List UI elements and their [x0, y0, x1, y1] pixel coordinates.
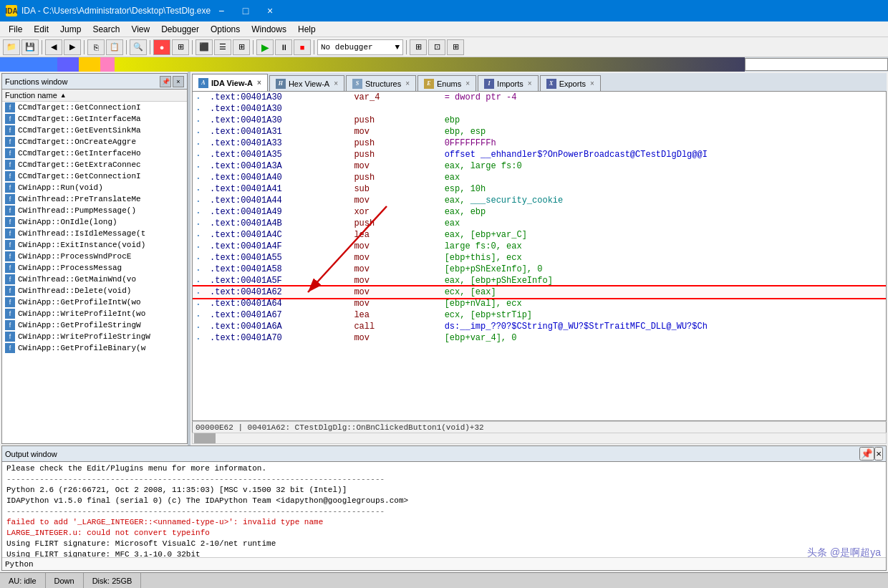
function-list-item[interactable]: fCWinApp::ProcessMessag — [2, 262, 187, 274]
function-list-item[interactable]: fCWinApp::GetProfileStringW — [2, 319, 187, 331]
code-row[interactable]: •.text:00401A31movebp, esp — [193, 126, 886, 138]
code-row[interactable]: •.text:00401A40pusheax — [193, 172, 886, 183]
toolbar-bplist-btn[interactable]: ⊞ — [172, 39, 189, 55]
tab-structures[interactable]: S Structures × — [346, 75, 416, 91]
tab-close-btn[interactable]: × — [257, 79, 261, 87]
function-list-item[interactable]: fCWinApp::GetProfileIntW(wo — [2, 297, 187, 308]
code-row[interactable]: •.text:00401A30 — [193, 103, 886, 115]
toolbar-graph-btn[interactable]: ⬛ — [196, 39, 213, 55]
toolbar-run-btn[interactable]: ▶ — [256, 39, 274, 55]
restore-button[interactable]: □ — [235, 4, 256, 18]
code-row[interactable]: •.text:00401A6Acallds:__imp_??0?$CString… — [193, 321, 886, 332]
code-row[interactable]: •.text:00401A62movecx, [eax] — [193, 286, 886, 298]
tab-close-btn[interactable]: × — [405, 79, 410, 87]
code-row[interactable]: •.text:00401A30pushebp — [193, 115, 886, 126]
function-list-item[interactable]: fCWinApp::WriteProfileInt(wo — [2, 308, 187, 319]
toolbar-pause-btn[interactable]: ⏸ — [275, 39, 292, 55]
code-scroll-horizontal[interactable] — [192, 433, 887, 444]
tab-imports[interactable]: I Imports × — [478, 75, 539, 91]
function-list-item[interactable]: fCWinThread::Delete(void) — [2, 285, 187, 297]
function-list-item[interactable]: fCCmdTarget::GetExtraConnec — [2, 159, 187, 170]
tab-exports[interactable]: X Exports × — [540, 75, 601, 91]
function-list-item[interactable]: fCCmdTarget::GetConnectionI — [2, 170, 187, 182]
function-list-item[interactable]: fCCmdTarget::GetInterfaceHo — [2, 148, 187, 159]
function-list-item[interactable]: fCWinApp::ProcessWndProcE — [2, 251, 187, 262]
functions-close-btn[interactable]: × — [173, 76, 184, 87]
code-address: .text:00401A33 — [204, 138, 348, 149]
menu-jump[interactable]: Jump — [54, 21, 87, 37]
code-row[interactable]: •.text:00401A4Fmovlarge fs:0, eax — [193, 241, 886, 252]
function-list-item[interactable]: fCWinApp::Run(void) — [2, 182, 187, 193]
tab-close-btn[interactable]: × — [465, 79, 470, 87]
toolbar-back-btn[interactable]: ◀ — [45, 39, 62, 55]
function-list-item[interactable]: fCCmdTarget::GetConnectionI — [2, 102, 187, 113]
code-row[interactable]: •.text:00401A4Bpusheax — [193, 218, 886, 229]
function-list-item[interactable]: fCWinApp::ExitInstance(void) — [2, 239, 187, 251]
toolbar-extra-btn3[interactable]: ⊞ — [447, 39, 464, 55]
menu-edit[interactable]: Edit — [28, 21, 54, 37]
menu-file[interactable]: File — [3, 21, 28, 37]
code-row[interactable]: •.text:00401A33push0FFFFFFFFh — [193, 138, 886, 149]
menu-search[interactable]: Search — [87, 21, 125, 37]
toolbar-extra-btn1[interactable]: ⊞ — [410, 39, 427, 55]
function-list-item[interactable]: fCCmdTarget::GetEventSinkMa — [2, 125, 187, 136]
menu-debugger[interactable]: Debugger — [155, 21, 205, 37]
menu-options[interactable]: Options — [205, 21, 246, 37]
tab-close-btn[interactable]: × — [590, 79, 594, 87]
output-close-btn[interactable]: × — [874, 447, 883, 461]
function-list-item[interactable]: fCCmdTarget::GetInterfaceMa — [2, 113, 187, 125]
code-row[interactable]: •.text:00401A70mov[ebp+var_4], 0 — [193, 332, 886, 344]
code-row[interactable]: •.text:00401A35pushoffset __ehhandler$?O… — [193, 149, 886, 160]
functions-pin-btn[interactable]: 📌 — [160, 76, 171, 87]
toolbar-stop-btn[interactable]: ■ — [294, 39, 311, 55]
close-button[interactable]: × — [259, 4, 281, 18]
tab-enums[interactable]: E Enums × — [418, 75, 476, 91]
toolbar-fwd-btn[interactable]: ▶ — [64, 39, 81, 55]
code-row[interactable]: •.text:00401A3Amoveax, large fs:0 — [193, 160, 886, 172]
function-list-item[interactable]: fCCmdTarget::OnCreateAggre — [2, 136, 187, 148]
menu-help[interactable]: Help — [292, 21, 322, 37]
debugger-selector[interactable]: No debugger ▼ — [317, 39, 403, 55]
code-row[interactable]: •.text:00401A67leaecx, [ebp+strTip] — [193, 309, 886, 321]
code-row[interactable]: •.text:00401A30var_4= dword ptr -4 — [193, 92, 886, 103]
panel-splitter[interactable] — [188, 72, 190, 445]
function-list-item[interactable]: fCWinThread::PreTranslateMe — [2, 193, 187, 205]
output-pin-btn[interactable]: 📌 — [859, 447, 874, 461]
function-list-item[interactable]: fCWinThread::IsIdleMessage(t — [2, 228, 187, 239]
toolbar-paste-btn[interactable]: 📋 — [106, 39, 123, 55]
toolbar-copy-btn[interactable]: ⎘ — [87, 39, 105, 55]
code-row[interactable]: •.text:00401A41subesp, 10h — [193, 183, 886, 195]
code-row[interactable]: •.text:00401A58mov[ebp+pShExeInfo], 0 — [193, 264, 886, 275]
code-table: •.text:00401A30var_4= dword ptr -4•.text… — [193, 92, 886, 344]
minimize-button[interactable]: − — [211, 4, 232, 18]
code-row[interactable]: •.text:00401A5Fmoveax, [ebp+pShExeInfo] — [193, 275, 886, 286]
menu-view[interactable]: View — [125, 21, 155, 37]
function-list-item[interactable]: fCWinThread::GetMainWnd(vo — [2, 274, 187, 285]
code-view[interactable]: •.text:00401A30var_4= dword ptr -4•.text… — [192, 92, 887, 421]
tab-ida-view-a[interactable]: A IDA View-A × — [192, 74, 268, 91]
function-list-item[interactable]: fCWinApp::WriteProfileStringW — [2, 331, 187, 342]
code-row[interactable]: •.text:00401A44moveax, ___security_cooki… — [193, 195, 886, 206]
function-list-item[interactable]: fCWinThread::PumpMessage() — [2, 205, 187, 216]
function-list-item[interactable]: fCWinApp::GetProfileBinary(w — [2, 342, 187, 354]
toolbar-open-btn[interactable]: 📁 — [3, 39, 20, 55]
code-row[interactable]: •.text:00401A49xoreax, ebp — [193, 206, 886, 218]
nav-address-input[interactable] — [745, 58, 888, 71]
scroll-thumb-h[interactable] — [194, 433, 216, 443]
tab-close-btn[interactable]: × — [528, 79, 532, 87]
code-row[interactable]: •.text:00401A64mov[ebp+nVal], ecx — [193, 298, 886, 309]
toolbar-save-btn[interactable]: 💾 — [21, 39, 39, 55]
toolbar-hex-btn[interactable]: ⊞ — [233, 39, 250, 55]
toolbar-list-btn[interactable]: ☰ — [214, 39, 231, 55]
tab-close-btn[interactable]: × — [334, 79, 338, 87]
function-list[interactable]: fCCmdTarget::GetConnectionIfCCmdTarget::… — [2, 102, 187, 443]
toolbar-search-btn[interactable]: 🔍 — [130, 39, 147, 55]
output-content[interactable]: Please check the Edit/Plugins menu for m… — [2, 462, 886, 557]
function-list-item[interactable]: fCWinApp::OnIdle(long) — [2, 216, 187, 228]
menu-windows[interactable]: Windows — [246, 21, 292, 37]
tab-hex-view-a[interactable]: H Hex View-A × — [269, 75, 344, 91]
toolbar-bp-btn[interactable]: ● — [153, 39, 170, 55]
code-row[interactable]: •.text:00401A55mov[ebp+this], ecx — [193, 252, 886, 264]
code-row[interactable]: •.text:00401A4Cleaeax, [ebp+var_C] — [193, 229, 886, 241]
toolbar-extra-btn2[interactable]: ⊡ — [428, 39, 445, 55]
